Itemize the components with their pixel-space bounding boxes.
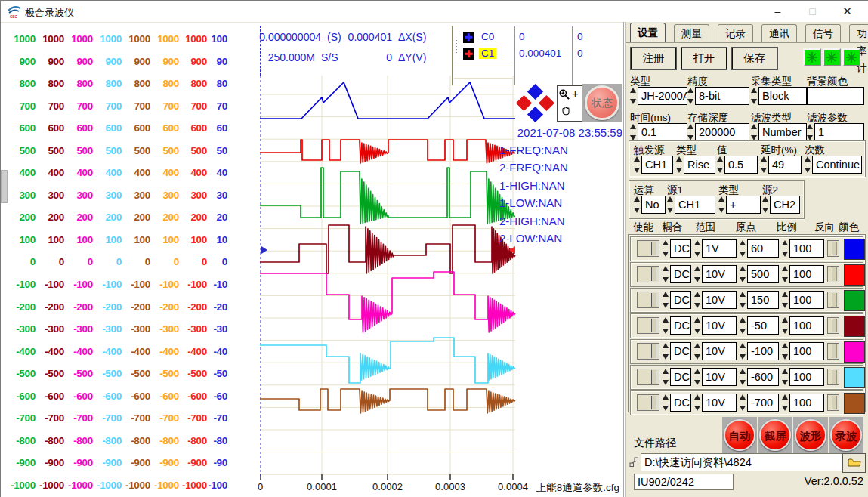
tab-测量[interactable]: 测量 (674, 24, 709, 42)
led-indicator[interactable] (803, 48, 821, 66)
coupling-field[interactable]: DC (670, 291, 691, 309)
channel-color-swatch[interactable] (844, 341, 865, 363)
coupling-field[interactable]: DC (670, 265, 691, 283)
spinner-arrows[interactable] (694, 369, 702, 385)
spin-up-arrow[interactable] (740, 317, 746, 323)
button-保存[interactable]: 保存 (732, 48, 777, 69)
math-类型[interactable]: + (726, 196, 761, 214)
field-精度[interactable]: 8-bit (695, 87, 749, 105)
field-滤波参数[interactable]: 1 (814, 123, 864, 141)
spinner-origin-field[interactable] (740, 394, 747, 412)
spin-down-arrow[interactable] (782, 303, 788, 308)
spin-up-arrow[interactable] (663, 240, 669, 245)
spinner-arrows[interactable] (740, 317, 747, 334)
spin-up-arrow[interactable] (782, 343, 788, 348)
spinner-trigger-类型[interactable] (676, 156, 684, 174)
coupling-field-value[interactable]: DC (670, 239, 691, 258)
spin-up-arrow[interactable] (663, 266, 669, 271)
enable-switch[interactable] (637, 317, 659, 334)
spin-down-arrow[interactable] (694, 303, 700, 308)
scale-field[interactable]: 100 (789, 342, 824, 360)
field-滤波类型[interactable]: Number (758, 123, 807, 141)
close-button[interactable]: ✕ (830, 1, 864, 22)
range-field[interactable]: 10V (702, 342, 737, 360)
spinner-arrows[interactable] (782, 394, 789, 411)
led-indicator[interactable] (823, 48, 841, 66)
spin-down-arrow[interactable] (663, 380, 669, 385)
invert-switch[interactable] (827, 292, 839, 308)
spin-down-arrow[interactable] (634, 168, 640, 173)
spin-up-arrow[interactable] (663, 343, 669, 348)
range-field[interactable]: 1V (702, 239, 737, 258)
spin-down-arrow[interactable] (717, 168, 723, 173)
origin-field-value[interactable]: -600 (747, 368, 779, 386)
spinner-origin-field[interactable] (740, 368, 747, 386)
spin-down-arrow[interactable] (782, 329, 788, 334)
spin-down-arrow[interactable] (663, 329, 669, 334)
spinner-range-field[interactable] (694, 316, 702, 335)
spin-up-arrow[interactable] (807, 124, 813, 129)
origin-field-value[interactable]: -50 (747, 316, 779, 335)
spinner-math-运算[interactable] (634, 196, 641, 214)
math-源1[interactable]: CH1 (675, 196, 715, 214)
spin-up-arrow[interactable] (663, 292, 669, 297)
tab-记录[interactable]: 记录 (718, 24, 753, 42)
spinner-range-field[interactable] (694, 239, 702, 258)
range-field[interactable]: 10V (702, 394, 737, 412)
spin-down-arrow[interactable] (694, 354, 700, 360)
spinner-coupling-field[interactable] (663, 291, 670, 309)
coupling-field[interactable]: DC (670, 394, 691, 412)
spinner-math-类型[interactable] (718, 196, 726, 214)
channel-color-swatch[interactable] (844, 393, 865, 414)
button-打开[interactable]: 打开 (681, 48, 727, 69)
spinner-arrows[interactable] (805, 156, 812, 173)
spinner-arrows[interactable] (740, 240, 747, 257)
spin-down-arrow[interactable] (751, 99, 757, 104)
scale-field[interactable]: 100 (789, 265, 824, 283)
pan-plus-tool-icon[interactable]: + (572, 87, 579, 100)
browse-folder-button[interactable] (842, 453, 866, 473)
cursor-row[interactable]: ✚C000 (453, 29, 627, 46)
action-button-截屏[interactable]: 截屏 (759, 419, 791, 451)
field-背景颜色-value[interactable] (807, 87, 864, 105)
spin-down-arrow[interactable] (694, 277, 700, 282)
trigger-延时(%)[interactable]: 49 (768, 156, 802, 174)
spinner-arrows[interactable] (782, 317, 789, 334)
spinner-coupling-field[interactable] (663, 368, 670, 386)
spin-up-arrow[interactable] (630, 88, 636, 93)
spinner-arrows[interactable] (667, 196, 675, 213)
origin-field-value[interactable]: -700 (747, 394, 779, 412)
range-field-value[interactable]: 1V (702, 239, 737, 258)
spin-down-arrow[interactable] (667, 208, 673, 213)
spin-up-arrow[interactable] (694, 343, 700, 348)
coupling-field-value[interactable]: DC (670, 368, 691, 386)
channel-color-swatch[interactable] (844, 264, 865, 286)
spinner-arrows[interactable] (634, 156, 641, 173)
spinner-arrows[interactable] (663, 394, 670, 411)
spinner-range-field[interactable] (694, 342, 702, 360)
range-field[interactable]: 10V (702, 265, 737, 283)
coupling-field-value[interactable]: DC (670, 265, 691, 283)
spin-down-arrow[interactable] (687, 99, 693, 104)
spin-up-arrow[interactable] (740, 292, 746, 297)
spin-up-arrow[interactable] (694, 292, 700, 297)
spin-down-arrow[interactable] (694, 380, 700, 385)
math-源2[interactable]: CH2 (770, 196, 800, 214)
trigger-类型-value[interactable]: Rise (684, 156, 715, 174)
origin-field-value[interactable]: 150 (747, 291, 779, 309)
trigger-值-value[interactable]: 0.5 (724, 156, 758, 174)
spinner-arrows[interactable] (782, 240, 789, 257)
spinner-range-field[interactable] (694, 394, 702, 412)
spin-down-arrow[interactable] (630, 135, 636, 140)
scale-field-value[interactable]: 100 (789, 291, 824, 309)
spinner-scale-field[interactable] (782, 316, 789, 335)
spinner-arrows[interactable] (694, 343, 702, 360)
coupling-field-value[interactable]: DC (670, 316, 691, 335)
scale-field[interactable]: 100 (789, 394, 824, 412)
scale-field-value[interactable]: 100 (789, 342, 824, 360)
spinner-arrows[interactable] (717, 156, 724, 173)
spinner-arrows[interactable] (740, 343, 747, 360)
spin-down-arrow[interactable] (634, 208, 640, 213)
led-indicator[interactable] (842, 48, 860, 66)
spinner-arrows[interactable] (740, 394, 747, 411)
